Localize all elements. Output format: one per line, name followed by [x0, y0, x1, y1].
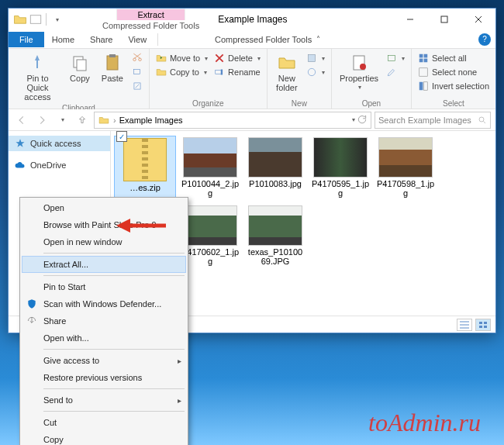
watermark: toAdmin.ru	[368, 409, 481, 437]
cloud-icon	[15, 160, 26, 171]
paste-button[interactable]: Paste	[98, 52, 127, 85]
file-item[interactable]: P1010044_2.jpg	[179, 136, 241, 199]
minimize-button[interactable]	[393, 9, 427, 30]
ctx-cut[interactable]: Cut	[22, 414, 186, 431]
pin-quick-access-button[interactable]: Pin to Quick access	[13, 52, 62, 103]
copy-path-icon[interactable]	[130, 66, 144, 78]
svg-point-14	[360, 64, 366, 70]
breadcrumb[interactable]: Example Images	[119, 116, 183, 125]
svg-point-12	[308, 68, 315, 75]
properties-button[interactable]: Properties	[337, 52, 381, 93]
select-all-button[interactable]: Select all	[416, 52, 491, 64]
view-large-icons-button[interactable]	[475, 319, 491, 331]
svg-rect-21	[419, 82, 423, 91]
svg-rect-2	[36, 60, 38, 68]
svg-rect-15	[388, 56, 395, 61]
ctx-defender[interactable]: Scan with Windows Defender...	[22, 295, 186, 312]
file-name: P1010044_2.jpg	[181, 179, 240, 198]
tab-share[interactable]: Share	[82, 32, 120, 47]
delete-button[interactable]: Delete	[212, 52, 262, 64]
nav-back-button[interactable]	[13, 112, 30, 129]
ctx-copy[interactable]: Copy	[22, 431, 186, 445]
share-icon	[25, 314, 39, 328]
svg-rect-25	[484, 322, 487, 324]
rename-button[interactable]: Rename	[212, 66, 262, 78]
address-input[interactable]: › Example Images	[94, 112, 371, 129]
sidebar-item-quick-access[interactable]: Quick access	[9, 136, 110, 151]
copy-to-button[interactable]: Copy to	[154, 66, 209, 78]
group-new-label: New	[272, 98, 326, 108]
ctx-open-with[interactable]: Open with...	[22, 329, 186, 347]
zip-icon: ✓	[123, 138, 167, 181]
easy-access-icon[interactable]	[305, 66, 326, 78]
file-item[interactable]: texas_P1010069.JPG	[244, 204, 306, 267]
nav-up-button[interactable]	[74, 112, 91, 129]
group-organize-label: Organize	[154, 98, 262, 108]
image-thumbnail	[183, 137, 237, 178]
edit-icon[interactable]	[385, 66, 406, 78]
file-item[interactable]: P4170602_1.jpg	[179, 204, 241, 267]
svg-rect-17	[424, 54, 428, 58]
ctx-open-new-window[interactable]: Open in new window	[22, 233, 186, 250]
svg-point-23	[479, 117, 484, 122]
move-to-button[interactable]: Move to	[154, 52, 209, 64]
view-details-button[interactable]	[457, 319, 472, 331]
tab-compressed-tools[interactable]: Compressed Folder Tools	[207, 32, 319, 47]
svg-rect-7	[133, 70, 140, 74]
ctx-restore-versions[interactable]: Restore previous versions	[22, 369, 186, 386]
sidebar-item-onedrive[interactable]: OneDrive	[9, 157, 110, 173]
file-item[interactable]: P4170598_1.jpg	[375, 136, 437, 199]
tab-home[interactable]: Home	[44, 32, 82, 47]
file-item[interactable]: P4170595_1.jpg	[309, 136, 371, 199]
copy-button[interactable]: Copy	[65, 52, 95, 85]
maximize-button[interactable]	[427, 9, 461, 30]
help-icon[interactable]: ?	[478, 33, 491, 46]
group-select-label: Select	[416, 98, 491, 108]
new-folder-qat-icon[interactable]	[29, 12, 43, 26]
annotation-arrow	[116, 218, 166, 235]
address-bar: › Example Images Search Example Images	[9, 109, 495, 131]
svg-rect-27	[484, 326, 487, 328]
file-item[interactable]: P1010083.jpg	[244, 136, 306, 199]
group-open-label: Open	[337, 98, 406, 108]
image-thumbnail	[378, 137, 433, 178]
select-none-button[interactable]: Select none	[416, 66, 491, 78]
search-input[interactable]: Search Example Images	[375, 112, 491, 129]
tab-file[interactable]: File	[9, 32, 44, 47]
search-icon	[478, 116, 487, 125]
refresh-icon[interactable]	[357, 114, 368, 126]
close-button[interactable]	[461, 9, 495, 30]
svg-rect-9	[216, 71, 222, 74]
image-thumbnail	[248, 205, 302, 246]
file-item[interactable]: ✓…es.zip	[114, 136, 176, 199]
cut-icon[interactable]	[130, 52, 144, 64]
svg-rect-0	[30, 16, 41, 24]
ctx-extract-all[interactable]: Extract All...	[22, 256, 186, 273]
new-item-icon[interactable]	[305, 52, 326, 64]
paste-shortcut-icon[interactable]	[130, 80, 144, 92]
ctx-give-access[interactable]: Give access to	[22, 352, 186, 369]
contextual-tab[interactable]: Extract	[116, 9, 185, 20]
new-folder-button[interactable]: New folder	[272, 52, 302, 94]
ctx-pin-start[interactable]: Pin to Start	[22, 278, 186, 295]
open-icon[interactable]	[385, 52, 406, 64]
titlebar: Extract Compressed Folder Tools Example …	[9, 9, 495, 30]
qat-dropdown[interactable]	[50, 12, 64, 26]
svg-rect-10	[221, 70, 223, 75]
nav-forward-button[interactable]	[33, 112, 50, 129]
checkbox-icon[interactable]: ✓	[116, 131, 127, 142]
ctx-share[interactable]: Share	[22, 312, 186, 329]
folder-qat-icon[interactable]	[13, 12, 27, 26]
ctx-send-to[interactable]: Send to	[22, 392, 186, 409]
file-name: P1010083.jpg	[249, 179, 302, 188]
address-history-dropdown[interactable]	[350, 114, 355, 126]
svg-rect-1	[441, 16, 447, 22]
svg-rect-5	[107, 56, 118, 70]
nav-history-button[interactable]	[54, 112, 71, 129]
ctx-open[interactable]: Open	[22, 199, 186, 216]
ribbon-tabs: File Home Share View Compressed Folder T…	[9, 30, 495, 49]
invert-selection-button[interactable]: Invert selection	[416, 80, 491, 92]
tab-view[interactable]: View	[120, 32, 154, 47]
file-name: …es.zip	[129, 183, 161, 192]
svg-rect-4	[77, 60, 86, 71]
